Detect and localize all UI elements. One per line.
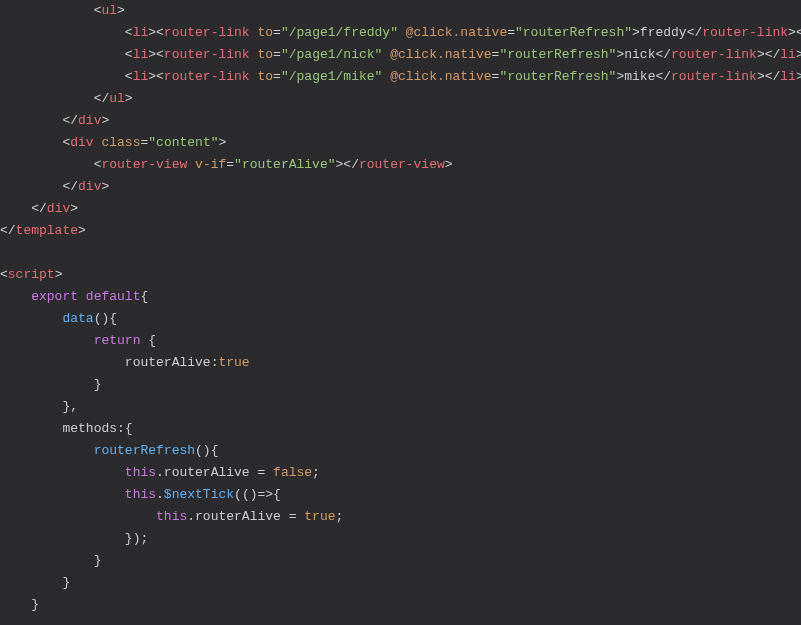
token-str: "/page1/mike" <box>281 69 382 84</box>
token-str: "routerAlive" <box>234 157 335 172</box>
code-line[interactable]: export default{ <box>0 289 148 304</box>
token-attr: @click.native <box>406 25 507 40</box>
token-str: "routerRefresh" <box>515 25 632 40</box>
token-punct: ></ <box>757 69 780 84</box>
code-line[interactable]: } <box>0 553 101 568</box>
token-txt: freddy <box>640 25 687 40</box>
token-punct: = <box>273 47 281 62</box>
token-punct: < <box>125 25 133 40</box>
code-line[interactable]: methods:{ <box>0 421 133 436</box>
code-line[interactable]: routerRefresh(){ <box>0 443 218 458</box>
token-attr: to <box>258 69 274 84</box>
token-punct: } <box>94 377 102 392</box>
token-punct: </ <box>687 25 703 40</box>
token-punct: }); <box>125 531 148 546</box>
token-punct: } <box>31 597 39 612</box>
token-punct: </ <box>94 91 110 106</box>
token-punct: > <box>101 113 109 128</box>
code-line[interactable]: <li><router-link to="/page1/mike" @click… <box>0 69 801 84</box>
code-line[interactable]: this.routerAlive = false; <box>0 465 320 480</box>
token-punct <box>78 289 86 304</box>
token-tag: ul <box>101 3 117 18</box>
code-line[interactable]: <li><router-link to="/page1/nick" @click… <box>0 47 801 62</box>
code-line[interactable]: routerAlive:true <box>0 355 250 370</box>
token-punct: } <box>62 575 70 590</box>
token-func: $nextTick <box>164 487 234 502</box>
token-punct: . <box>156 487 164 502</box>
code-line[interactable]: <ul> <box>0 3 125 18</box>
token-tag: router-link <box>164 69 250 84</box>
token-bool: true <box>218 355 249 370</box>
code-line[interactable]: data(){ <box>0 311 117 326</box>
token-punct: < <box>125 69 133 84</box>
token-attr: @click.native <box>390 69 491 84</box>
code-line[interactable]: <router-view v-if="routerAlive"></router… <box>0 157 453 172</box>
code-line[interactable]: <script> <box>0 267 62 282</box>
token-punct: </ <box>655 47 671 62</box>
token-txt: routerAlive <box>195 509 281 524</box>
token-punct: > <box>445 157 453 172</box>
token-punct <box>250 47 258 62</box>
token-tag: li <box>780 69 796 84</box>
token-tag: ul <box>109 91 125 106</box>
token-punct: > <box>125 91 133 106</box>
token-punct: >< <box>148 25 164 40</box>
code-line[interactable]: </ul> <box>0 91 133 106</box>
token-punct <box>398 25 406 40</box>
token-str: "routerRefresh" <box>499 47 616 62</box>
token-key: default <box>86 289 141 304</box>
code-line[interactable]: </div> <box>0 179 109 194</box>
token-attr: v-if <box>195 157 226 172</box>
token-punct: (){ <box>195 443 218 458</box>
token-punct: } <box>94 553 102 568</box>
code-line[interactable]: </template> <box>0 223 86 238</box>
token-punct: ></ <box>757 47 780 62</box>
code-line[interactable]: this.$nextTick(()=>{ <box>0 487 281 502</box>
token-func: data <box>62 311 93 326</box>
token-txt: routerAlive <box>164 465 250 480</box>
token-punct: = <box>507 25 515 40</box>
token-attr: to <box>258 25 274 40</box>
token-key: this <box>156 509 187 524</box>
code-line[interactable]: <div class="content"> <box>0 135 226 150</box>
token-punct: (()=>{ <box>234 487 281 502</box>
token-punct: > <box>78 223 86 238</box>
token-punct: = <box>250 465 273 480</box>
token-punct: > <box>796 69 801 84</box>
code-line[interactable]: return { <box>0 333 156 348</box>
token-bool: false <box>273 465 312 480</box>
token-punct: ></ <box>336 157 359 172</box>
token-str: "/page1/freddy" <box>281 25 398 40</box>
token-punct: > <box>55 267 63 282</box>
token-tag: div <box>78 113 101 128</box>
token-punct: </ <box>62 179 78 194</box>
code-line[interactable]: } <box>0 597 39 612</box>
token-punct <box>187 157 195 172</box>
code-line[interactable]: this.routerAlive = true; <box>0 509 343 524</box>
token-tag: router-link <box>702 25 788 40</box>
code-line[interactable]: } <box>0 377 101 392</box>
code-line[interactable]: } <box>0 575 70 590</box>
token-func: routerRefresh <box>94 443 195 458</box>
code-line[interactable]: </div> <box>0 201 78 216</box>
token-punct: { <box>140 289 148 304</box>
token-punct: > <box>117 3 125 18</box>
token-tag: router-link <box>164 25 250 40</box>
token-punct: . <box>187 509 195 524</box>
code-line[interactable]: </div> <box>0 113 109 128</box>
token-tag: div <box>47 201 70 216</box>
token-punct: }, <box>62 399 78 414</box>
code-line[interactable]: }); <box>0 531 148 546</box>
token-attr: @click.native <box>390 47 491 62</box>
code-editor-content[interactable]: <ul> <li><router-link to="/page1/freddy"… <box>0 0 801 616</box>
token-punct <box>382 69 390 84</box>
token-punct: >< <box>148 47 164 62</box>
token-tag: template <box>16 223 78 238</box>
token-txt: nick <box>624 47 655 62</box>
code-line[interactable]: }, <box>0 399 78 414</box>
token-tag: router-view <box>359 157 445 172</box>
token-punct <box>250 25 258 40</box>
token-punct: > <box>632 25 640 40</box>
code-line[interactable]: <li><router-link to="/page1/freddy" @cli… <box>0 25 801 40</box>
token-tag: router-view <box>101 157 187 172</box>
